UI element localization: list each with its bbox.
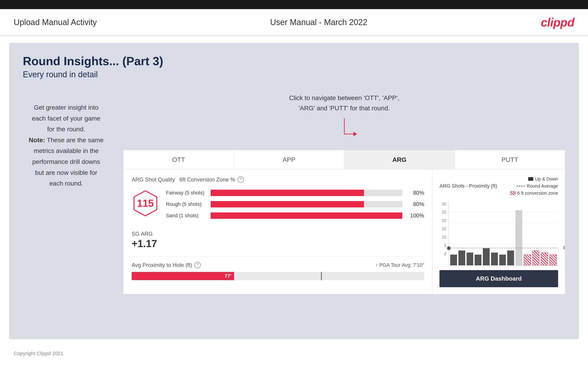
chart-bar-8 [507,250,514,265]
proximity-title: Avg Proximity to Hole (ft) ? [132,262,201,268]
left-panel: Get greater insight into each facet of y… [23,93,110,294]
header: Upload Manual Activity User Manual - Mar… [0,9,588,36]
legend-6ft-label: 6 ft conversion zone [517,191,558,196]
legend-box-icon [528,177,533,181]
footer: Copyright Clippd 2021 [0,346,588,361]
proximity-cursor [321,272,322,280]
bars-area: 8 [449,202,558,266]
upload-manual-activity-label: Upload Manual Activity [14,17,97,27]
rough-label: Rough (5 shots) [166,201,207,207]
dashed-line-value: 8 [563,245,565,250]
main-content: Round Insights... (Part 3) Every round i… [9,43,579,339]
page-title: Round Insights... (Part 3) [23,54,565,68]
pga-avg-label: ↑ PGA Tour Avg: 7'10" [375,262,424,268]
tab-app[interactable]: APP [234,150,344,169]
copyright-label: Copyright Clippd 2021 [14,350,63,356]
navigation-annotation: Click to navigate between 'OTT', 'APP', … [289,93,399,114]
chart-title: ARG Shots - Proximity (ft) [440,183,497,189]
tabs-container: OTT APP ARG PUTT [123,150,565,170]
chart-bar-2 [458,250,465,265]
user-manual-date-label: User Manual - March 2022 [270,17,367,27]
conversion-bars: Fairway (5 shots) 80% Rough (5 shots) [166,190,424,224]
chart-area: 30 25 20 15 10 5 0 [440,202,558,266]
sand-bar-row: Sand (1 shots) 100% [166,212,424,219]
card-body: ARG Shot Quality 6ft Conversion Zone % ? [123,170,565,294]
rough-bar-track [211,201,402,208]
card-left-section: ARG Shot Quality 6ft Conversion Zone % ? [123,170,432,294]
chart-header: ARG Shots - Proximity (ft) Up & Down Rou… [440,176,558,196]
arrow-annotation [331,118,358,141]
legend-round-avg-label: Round Average [527,184,558,189]
chart-bar-hatch-3 [541,253,548,265]
svg-marker-0 [354,132,357,136]
top-bar [0,0,588,9]
rough-bar-row: Rough (5 shots) 80% [166,201,424,208]
proximity-value: 77' [225,273,231,279]
chart-bar-4 [475,255,481,265]
shot-quality-label: ARG Shot Quality [132,176,175,183]
legend-updown: Up & Down [528,176,558,182]
arg-section-header: ARG Shot Quality 6ft Conversion Zone % ? [132,176,424,183]
sg-section: SG ARG +1.17 [132,231,424,249]
clippd-logo: clippd [541,16,574,29]
hex-score-value: 115 [137,198,154,209]
legend-round-avg: Round Average [517,184,558,189]
legend-6ft: 6 ft conversion zone [510,191,558,196]
arg-dashboard-button[interactable]: ARG Dashboard [440,270,558,287]
tab-putt[interactable]: PUTT [455,150,565,169]
insights-card: OTT APP ARG PUTT [123,150,565,294]
chart-bar-5 [483,248,490,265]
fairway-bar-row: Fairway (5 shots) 80% [166,190,424,196]
chart-bar-hatch-1 [524,255,531,265]
help-icon[interactable]: ? [238,176,244,183]
note-label: Note: [29,137,45,144]
rough-bar-fill [211,201,364,208]
tab-ott[interactable]: OTT [123,150,234,169]
chart-legend: Up & Down Round Average 6 ft conversion … [510,176,558,196]
sg-label: SG ARG [132,231,424,237]
proximity-help-icon[interactable]: ? [194,262,201,268]
fairway-label: Fairway (5 shots) [166,190,207,196]
chart-bar-7 [499,255,506,265]
hexagon-badge: 115 [132,190,159,217]
proximity-section: Avg Proximity to Hole (ft) ? ↑ PGA Tour … [132,256,424,280]
chart-bar-hatch-2 [532,250,540,265]
sand-label: Sand (1 shots) [166,213,207,219]
legend-updown-label: Up & Down [535,176,558,182]
legend-hatch-icon [510,191,515,195]
fairway-bar-track [211,190,402,196]
insight-text: Get greater insight into each facet of y… [23,93,110,198]
tab-arg[interactable]: ARG [344,150,455,169]
sg-value: +1.17 [132,238,424,249]
proximity-header: Avg Proximity to Hole (ft) ? ↑ PGA Tour … [132,262,424,268]
card-right-section: ARG Shots - Proximity (ft) Up & Down Rou… [432,170,565,294]
chart-bar-6 [491,253,498,265]
fairway-bar-fill [211,190,364,196]
proximity-bar-fill: 77' [132,272,234,280]
chart-bar-hatch-4 [549,255,557,265]
right-section: Click to navigate between 'OTT', 'APP', … [123,93,565,294]
y-axis: 30 25 20 15 10 5 0 [440,202,448,257]
page-subtitle: Every round in detail [23,70,565,79]
conversion-zone-label: 6ft Conversion Zone % ? [179,176,244,183]
dashed-round-avg-line: 8 [449,248,558,248]
sand-bar-fill [211,212,402,219]
chart-bar-3 [467,253,474,265]
chart-bar-1 [450,255,457,265]
hexagon-score-section: 115 Fairway (5 shots) 80% [132,190,424,224]
chart-bar-tall [515,210,522,265]
rough-pct: 80% [406,201,424,208]
fairway-pct: 80% [406,190,424,196]
sand-bar-track [211,212,402,219]
chart-bars-container [449,202,558,265]
sand-pct: 100% [406,212,424,219]
proximity-bar-track: 77' [132,272,424,280]
legend-dash-icon [517,186,525,186]
